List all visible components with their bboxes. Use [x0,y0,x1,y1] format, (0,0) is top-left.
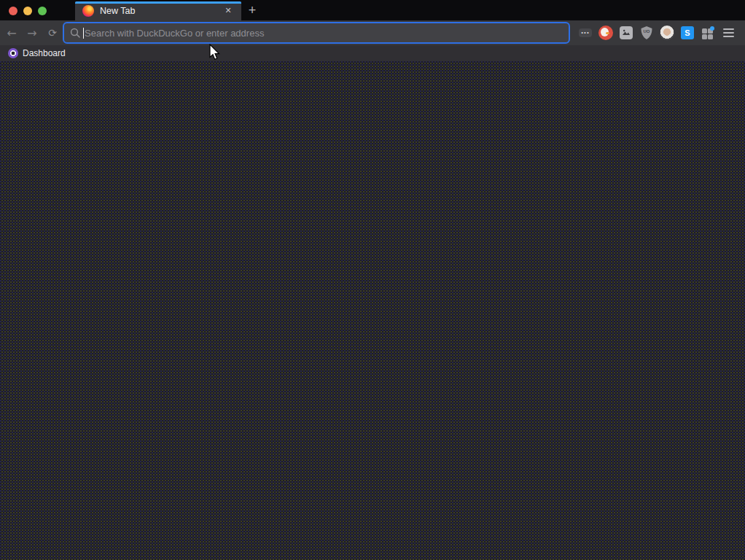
bookmarks-toolbar: Dashboard [0,45,745,61]
svg-text:UO: UO [644,29,650,34]
s-app-icon: S [681,26,694,39]
extensions-overflow-button[interactable]: ••• [576,23,595,43]
notification-dot [710,26,714,31]
tab-close-icon[interactable]: ✕ [222,5,234,17]
firefox-window: { "tab_bar": { "active_tab": { "label": … [0,0,745,560]
image-tool-icon [620,26,633,39]
image-tool-extension-button[interactable] [617,23,636,43]
ublock-origin-extension-button[interactable]: UO [637,23,656,43]
overflow-dots-icon: ••• [579,28,591,37]
profile-avatar-extension-button[interactable] [658,23,676,43]
apps-grid-icon [701,26,714,39]
window-zoom-button[interactable] [38,7,47,15]
hamburger-menu-icon [723,28,734,37]
forward-button[interactable]: → [22,23,42,43]
app-menu-button[interactable] [719,23,738,43]
window-close-button[interactable] [9,7,17,15]
reload-button[interactable]: ⟳ [42,23,63,43]
window-minimize-button[interactable] [23,7,32,15]
navigation-toolbar: ← → ⟳ ••• [0,20,745,45]
toolbar-extensions: ••• UO S [576,23,741,43]
duckduckgo-icon [598,26,613,40]
page-content [0,61,745,560]
search-icon [70,28,80,38]
window-controls [9,7,47,15]
bookmark-item-dashboard[interactable]: Dashboard [5,47,69,60]
text-caret [83,28,84,39]
s-app-extension-button[interactable]: S [678,23,697,43]
url-bar[interactable] [63,22,570,44]
tab-strip: New Tab ✕ + [0,0,745,20]
address-search-input[interactable] [85,28,563,39]
ublock-shield-icon: UO [640,26,653,40]
firefox-icon [82,5,94,17]
bookmark-label: Dashboard [23,48,66,58]
duckduckgo-extension-button[interactable] [596,23,615,43]
tab-new-tab[interactable]: New Tab ✕ [75,1,241,20]
back-button[interactable]: ← [1,23,22,43]
apps-grid-extension-button[interactable] [698,23,717,43]
tab-title: New Tab [100,6,135,16]
new-tab-button[interactable]: + [245,3,260,18]
avatar-icon [660,26,674,40]
dashboard-favicon-icon [8,48,18,58]
